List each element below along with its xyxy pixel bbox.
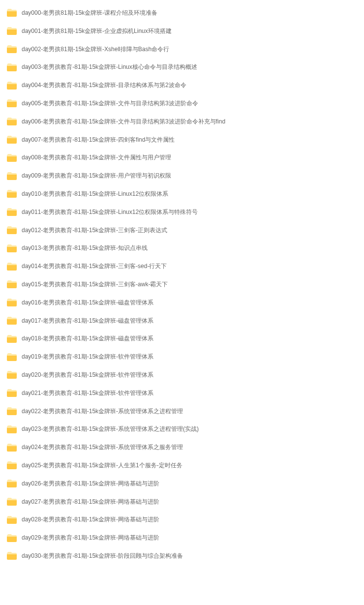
folder-label: day025-老男孩教育-81期-15k金牌班-人生第1个服务-定时任务 — [22, 461, 182, 470]
folder-item[interactable]: day022-老男孩教育-81期-15k金牌班-系统管理体系之进程管理 — [0, 402, 364, 421]
folder-item[interactable]: day014-老男孩教育-81期-15k金牌班-三剑客-sed-行天下 — [0, 257, 364, 275]
folder-item[interactable]: day005-老男孩教育-81期-15k金牌班-文件与目录结构第3波进阶命令 — [0, 94, 364, 113]
folder-label: day019-老男孩教育-81期-15k金牌班-软件管理体系 — [22, 353, 153, 361]
folder-icon — [7, 389, 17, 397]
folder-label: day003-老男孩教育-81期-15k金牌班-Linux核心命令与目录结构概述 — [22, 63, 197, 71]
folder-item[interactable]: day023-老男孩教育-81期-15k金牌班-系统管理体系之进程管理(实战) — [0, 420, 364, 438]
folder-label: day011-老男孩教育-81期-15k金牌班-Linux12位权限体系与特殊符… — [22, 208, 198, 216]
folder-label: day005-老男孩教育-81期-15k金牌班-文件与目录结构第3波进阶命令 — [22, 99, 198, 108]
folder-item[interactable]: day015-老男孩教育-81期-15k金牌班-三剑客-awk-霸天下 — [0, 275, 364, 294]
folder-label: day022-老男孩教育-81期-15k金牌班-系统管理体系之进程管理 — [22, 407, 183, 416]
folder-icon — [7, 299, 17, 306]
folder-item[interactable]: day030-老男孩教育-81期-15k金牌班-阶段回顾与综合架构准备 — [0, 547, 364, 565]
folder-icon — [7, 425, 17, 433]
folder-label: day016-老男孩教育-81期-15k金牌班-磁盘管理体系 — [22, 299, 153, 307]
folder-item[interactable]: day002-老男孩81期-15k金牌班-Xshell排障与Bash命令行 — [0, 40, 364, 59]
folder-item[interactable]: day017-老男孩教育-81期-15k金牌班-磁盘管理体系 — [0, 312, 364, 330]
folder-label: day024-老男孩教育-81期-15k金牌班-系统管理体系之服务管理 — [22, 443, 183, 452]
folder-item[interactable]: day003-老男孩教育-81期-15k金牌班-Linux核心命令与目录结构概述 — [0, 58, 364, 76]
folder-item[interactable]: day008-老男孩教育-81期-15k金牌班-文件属性与用户管理 — [0, 149, 364, 167]
folder-icon — [7, 226, 17, 234]
folder-label: day007-老男孩教育-81期-15k金牌班-四剑客find与文件属性 — [22, 136, 175, 144]
folder-label: day028-老男孩教育-81期-15k金牌班-网络基础与进阶 — [22, 515, 159, 524]
folder-label: day010-老男孩教育-81期-15k金牌班-Linux12位权限体系 — [22, 190, 168, 198]
folder-icon — [7, 317, 17, 325]
folder-icon — [7, 444, 17, 452]
folder-icon — [7, 154, 17, 162]
folder-label: day008-老男孩教育-81期-15k金牌班-文件属性与用户管理 — [22, 153, 171, 162]
folder-icon — [7, 27, 17, 35]
folder-item[interactable]: day001-老男孩81期-15k金牌班-企业虚拟机Linux环境搭建 — [0, 22, 364, 40]
folder-label: day014-老男孩教育-81期-15k金牌班-三剑客-sed-行天下 — [22, 262, 167, 271]
folder-icon — [7, 190, 17, 198]
folder-label: day023-老男孩教育-81期-15k金牌班-系统管理体系之进程管理(实战) — [22, 425, 199, 433]
folder-icon — [7, 480, 17, 487]
folder-icon — [7, 45, 17, 53]
folder-item[interactable]: day028-老男孩教育-81期-15k金牌班-网络基础与进阶 — [0, 511, 364, 529]
folder-icon — [7, 552, 17, 560]
folder-icon — [7, 172, 17, 180]
folder-item[interactable]: day019-老男孩教育-81期-15k金牌班-软件管理体系 — [0, 348, 364, 366]
folder-icon — [7, 335, 17, 343]
folder-icon — [7, 99, 17, 107]
folder-item[interactable]: day016-老男孩教育-81期-15k金牌班-磁盘管理体系 — [0, 294, 364, 312]
folder-item[interactable]: day011-老男孩教育-81期-15k金牌班-Linux12位权限体系与特殊符… — [0, 203, 364, 221]
folder-label: day018-老男孩教育-81期-15k金牌班-磁盘管理体系 — [22, 334, 153, 343]
folder-item[interactable]: day006-老男孩教育-81期-15k金牌班-文件与目录结构第3波进阶命令补充… — [0, 113, 364, 131]
folder-icon — [7, 82, 17, 90]
folder-icon — [7, 118, 17, 125]
folder-icon — [7, 534, 17, 542]
folder-item[interactable]: day009-老男孩教育-81期-15k金牌班-用户管理与初识权限 — [0, 167, 364, 185]
folder-item[interactable]: day025-老男孩教育-81期-15k金牌班-人生第1个服务-定时任务 — [0, 456, 364, 475]
folder-item[interactable]: day020-老男孩教育-81期-15k金牌班-软件管理体系 — [0, 366, 364, 384]
folder-label: day012-老男孩教育-81期-15k金牌班-三剑客-正则表达式 — [22, 226, 167, 235]
folder-label: day009-老男孩教育-81期-15k金牌班-用户管理与初识权限 — [22, 172, 171, 180]
folder-item[interactable]: day004-老男孩教育-81期-15k金牌班-目录结构体系与第2波命令 — [0, 76, 364, 94]
folder-label: day030-老男孩教育-81期-15k金牌班-阶段回顾与综合架构准备 — [22, 552, 183, 560]
folder-label: day006-老男孩教育-81期-15k金牌班-文件与目录结构第3波进阶命令补充… — [22, 118, 225, 126]
folder-item[interactable]: day007-老男孩教育-81期-15k金牌班-四剑客find与文件属性 — [0, 131, 364, 149]
folder-label: day029-老男孩教育-81期-15k金牌班-网络基础与进阶 — [22, 534, 159, 542]
folder-item[interactable]: day029-老男孩教育-81期-15k金牌班-网络基础与进阶 — [0, 529, 364, 547]
folder-icon — [7, 353, 17, 361]
folder-item[interactable]: day018-老男孩教育-81期-15k金牌班-磁盘管理体系 — [0, 330, 364, 348]
folder-icon — [7, 208, 17, 216]
folder-icon — [7, 9, 17, 17]
folder-list: day000-老男孩81期-15k金牌班-课程介绍及环境准备day001-老男孩… — [0, 4, 364, 565]
folder-icon — [7, 244, 17, 252]
folder-item[interactable]: day000-老男孩81期-15k金牌班-课程介绍及环境准备 — [0, 4, 364, 22]
folder-icon — [7, 63, 17, 71]
folder-label: day017-老男孩教育-81期-15k金牌班-磁盘管理体系 — [22, 317, 153, 325]
folder-icon — [7, 498, 17, 506]
folder-icon — [7, 263, 17, 271]
folder-item[interactable]: day021-老男孩教育-81期-15k金牌班-软件管理体系 — [0, 384, 364, 402]
folder-icon — [7, 407, 17, 415]
folder-label: day001-老男孩81期-15k金牌班-企业虚拟机Linux环境搭建 — [22, 27, 172, 35]
folder-icon — [7, 461, 17, 469]
folder-icon — [7, 516, 17, 524]
folder-item[interactable]: day026-老男孩教育-81期-15k金牌班-网络基础与进阶 — [0, 475, 364, 493]
folder-label: day026-老男孩教育-81期-15k金牌班-网络基础与进阶 — [22, 480, 159, 488]
folder-item[interactable]: day027-老男孩教育-81期-15k金牌班-网络基础与进阶 — [0, 493, 364, 511]
folder-label: day004-老男孩教育-81期-15k金牌班-目录结构体系与第2波命令 — [22, 81, 186, 90]
folder-item[interactable]: day012-老男孩教育-81期-15k金牌班-三剑客-正则表达式 — [0, 221, 364, 240]
folder-label: day027-老男孩教育-81期-15k金牌班-网络基础与进阶 — [22, 498, 159, 506]
folder-label: day020-老男孩教育-81期-15k金牌班-软件管理体系 — [22, 371, 153, 379]
folder-label: day002-老男孩81期-15k金牌班-Xshell排障与Bash命令行 — [22, 45, 169, 54]
folder-icon — [7, 280, 17, 288]
folder-label: day013-老男孩教育-81期-15k金牌班-知识点串线 — [22, 244, 148, 252]
folder-label: day000-老男孩81期-15k金牌班-课程介绍及环境准备 — [22, 9, 157, 17]
folder-label: day021-老男孩教育-81期-15k金牌班-软件管理体系 — [22, 389, 153, 397]
folder-label: day015-老男孩教育-81期-15k金牌班-三剑客-awk-霸天下 — [22, 280, 168, 289]
folder-item[interactable]: day010-老男孩教育-81期-15k金牌班-Linux12位权限体系 — [0, 185, 364, 203]
folder-icon — [7, 371, 17, 379]
folder-item[interactable]: day013-老男孩教育-81期-15k金牌班-知识点串线 — [0, 239, 364, 257]
folder-item[interactable]: day024-老男孩教育-81期-15k金牌班-系统管理体系之服务管理 — [0, 438, 364, 456]
folder-icon — [7, 136, 17, 144]
